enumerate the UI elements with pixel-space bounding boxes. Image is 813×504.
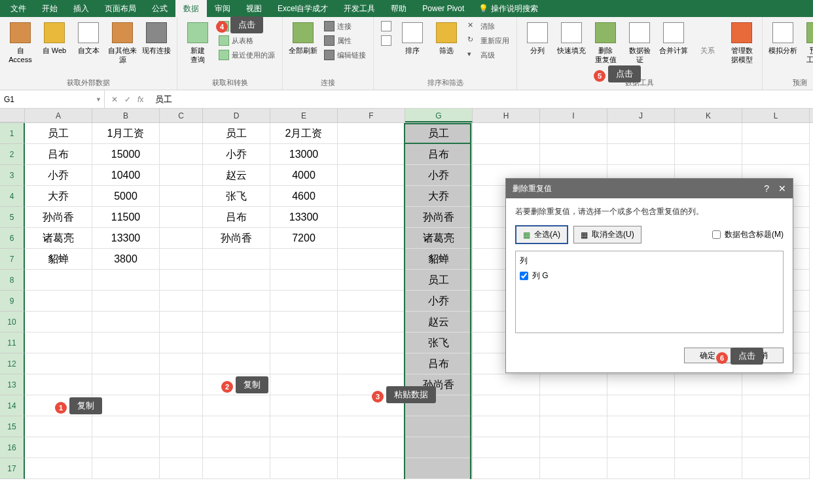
cell-F11[interactable] [338, 333, 405, 353]
col-header-e[interactable]: E [270, 109, 338, 122]
cell-B2[interactable]: 15000 [92, 144, 160, 165]
new-query-button[interactable]: 新建 查询 [183, 20, 213, 64]
col-header-a[interactable]: A [25, 109, 92, 122]
cell-A15[interactable] [25, 416, 92, 437]
cell-D2[interactable]: 小乔 [203, 144, 270, 165]
cell-B7[interactable]: 3800 [92, 249, 160, 270]
col-header-i[interactable]: I [540, 109, 607, 122]
recent-sources-button[interactable]: 最近使用的源 [217, 48, 277, 62]
cell-I1[interactable] [540, 123, 607, 144]
cell-E17[interactable] [270, 458, 338, 479]
cell-B11[interactable] [92, 333, 160, 353]
tab-layout[interactable]: 页面布局 [97, 0, 144, 18]
cell-F4[interactable] [338, 186, 405, 207]
cell-A7[interactable]: 貂蝉 [25, 249, 92, 270]
cell-D9[interactable] [203, 291, 270, 312]
col-header-c[interactable]: C [160, 109, 203, 122]
tab-formula[interactable]: 公式 [144, 0, 175, 18]
cell-B5[interactable]: 11500 [92, 207, 160, 228]
cell-D3[interactable]: 赵云 [203, 165, 270, 186]
cell-G2[interactable]: 吕布 [405, 144, 473, 165]
tell-me[interactable]: 💡 操作说明搜索 [479, 3, 538, 14]
cell-A9[interactable] [25, 291, 92, 312]
tab-insert[interactable]: 插入 [65, 0, 97, 18]
cell-L2[interactable] [742, 144, 810, 165]
cell-F6[interactable] [338, 228, 405, 249]
from-text-button[interactable]: 自文本 [73, 20, 103, 55]
cell-E15[interactable] [270, 416, 338, 437]
cell-C17[interactable] [160, 458, 203, 479]
row-header-16[interactable]: 16 [0, 437, 25, 458]
row-header-6[interactable]: 6 [0, 228, 25, 249]
col-header-j[interactable]: J [607, 109, 675, 122]
cell-K16[interactable] [675, 437, 742, 458]
cell-B15[interactable] [92, 416, 160, 437]
sort-desc-button[interactable] [379, 34, 393, 47]
cell-K13[interactable] [675, 374, 742, 395]
cell-C11[interactable] [160, 333, 203, 353]
row-header-5[interactable]: 5 [0, 207, 25, 228]
row-header-17[interactable]: 17 [0, 458, 25, 479]
cell-C14[interactable] [160, 395, 203, 416]
close-icon[interactable]: ✕ [778, 183, 786, 194]
cell-C3[interactable] [160, 165, 203, 186]
cell-D17[interactable] [203, 458, 270, 479]
cell-C9[interactable] [160, 291, 203, 312]
connections-button[interactable]: 连接 [322, 20, 368, 33]
cell-E2[interactable]: 13000 [270, 144, 338, 165]
cell-D4[interactable]: 张飞 [203, 186, 270, 207]
cell-F16[interactable] [338, 437, 405, 458]
tab-file[interactable]: 文件 [3, 0, 34, 18]
cell-B4[interactable]: 5000 [92, 186, 160, 207]
formula-input[interactable]: 员工 [150, 94, 813, 105]
tab-data[interactable]: 数据 [175, 0, 207, 18]
cell-H16[interactable] [473, 437, 540, 458]
cell-B14[interactable] [92, 395, 160, 416]
filter-button[interactable]: 筛选 [431, 20, 461, 55]
cell-B6[interactable]: 13300 [92, 228, 160, 249]
cancel-formula-button[interactable]: ✕ [111, 95, 118, 104]
cell-D8[interactable] [203, 270, 270, 291]
cell-A13[interactable] [25, 374, 92, 395]
cell-G16[interactable] [405, 437, 473, 458]
flash-fill-button[interactable]: 快速填充 [556, 20, 587, 55]
tab-custom[interactable]: Excel自学成才 [270, 0, 336, 18]
cell-F5[interactable] [338, 207, 405, 228]
cell-A11[interactable] [25, 333, 92, 353]
cell-E1[interactable]: 2月工资 [270, 123, 338, 144]
cell-F8[interactable] [338, 270, 405, 291]
cell-B16[interactable] [92, 437, 160, 458]
cell-F10[interactable] [338, 312, 405, 333]
cell-E9[interactable] [270, 291, 338, 312]
name-box[interactable]: G1 ▼ [0, 90, 105, 108]
cell-A12[interactable] [25, 353, 92, 374]
cell-D6[interactable]: 孙尚香 [203, 228, 270, 249]
cell-L1[interactable] [742, 123, 810, 144]
col-header-d[interactable]: D [203, 109, 270, 122]
cell-G5[interactable]: 孙尚香 [405, 207, 473, 228]
cell-F17[interactable] [338, 458, 405, 479]
row-header-10[interactable]: 10 [0, 312, 25, 333]
row-header-4[interactable]: 4 [0, 186, 25, 207]
cell-G17[interactable] [405, 458, 473, 479]
cell-C2[interactable] [160, 144, 203, 165]
cell-F15[interactable] [338, 416, 405, 437]
cell-G11[interactable]: 张飞 [405, 333, 473, 353]
cell-E3[interactable]: 4000 [270, 165, 338, 186]
cell-A6[interactable]: 诸葛亮 [25, 228, 92, 249]
cell-C1[interactable] [160, 123, 203, 144]
from-table-button[interactable]: 从表格 [217, 34, 277, 47]
columns-listbox[interactable]: 列 列 G [515, 251, 784, 333]
cell-B10[interactable] [92, 312, 160, 333]
advanced-filter-button[interactable]: ▾高级 [465, 48, 511, 62]
dialog-titlebar[interactable]: 删除重复值 ? ✕ [506, 179, 793, 198]
cell-E4[interactable]: 4600 [270, 186, 338, 207]
refresh-all-button[interactable]: 全部刷新 [288, 20, 318, 55]
cell-C7[interactable] [160, 249, 203, 270]
cell-E13[interactable] [270, 374, 338, 395]
row-header-13[interactable]: 13 [0, 374, 25, 395]
tab-help[interactable]: 帮助 [383, 0, 414, 18]
row-header-7[interactable]: 7 [0, 249, 25, 270]
cell-H14[interactable] [473, 395, 540, 416]
text-to-columns-button[interactable]: 分列 [522, 20, 552, 55]
